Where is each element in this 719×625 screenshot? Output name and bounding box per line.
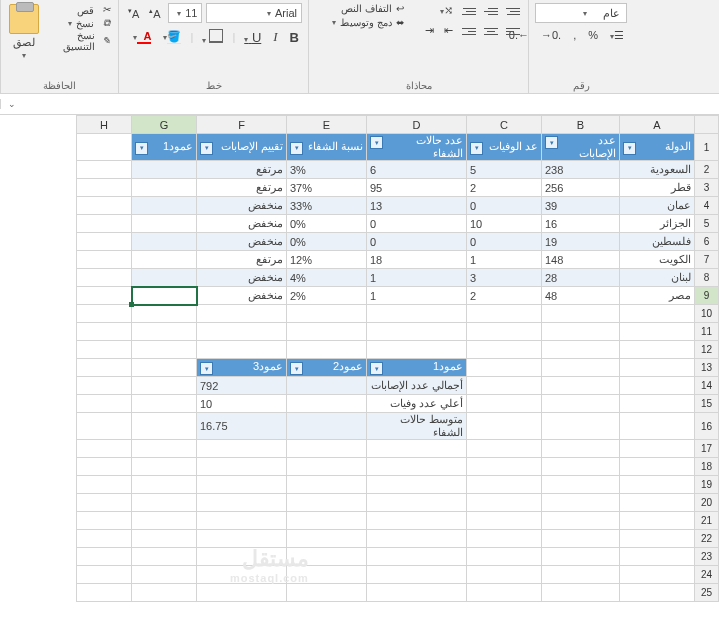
row-header-9[interactable]: 9 [695, 287, 719, 305]
cell-H16[interactable] [77, 413, 132, 440]
col-header-B[interactable]: B [542, 116, 620, 134]
filter-dropdown-icon[interactable]: ▾ [470, 142, 483, 155]
row-header-18[interactable]: 18 [695, 458, 719, 476]
cell-D13[interactable]: ▾عمود1 [367, 359, 467, 377]
cell-A2[interactable]: السعودية [620, 161, 695, 179]
cell-D5[interactable]: 0 [367, 215, 467, 233]
cell-G21[interactable] [132, 512, 197, 530]
border-button[interactable]: ▾ [199, 28, 226, 46]
cell-D3[interactable]: 95 [367, 179, 467, 197]
cell-F6[interactable]: منخفض [197, 233, 287, 251]
cell-F24[interactable] [197, 566, 287, 584]
cell-F9[interactable]: منخفض [197, 287, 287, 305]
cell-B5[interactable]: 16 [542, 215, 620, 233]
filter-dropdown-icon[interactable]: ▾ [135, 142, 148, 155]
cell-E12[interactable] [287, 341, 367, 359]
align-center-button[interactable] [482, 23, 500, 39]
cell-B20[interactable] [542, 494, 620, 512]
cell-C25[interactable] [467, 584, 542, 602]
cell-B3[interactable]: 256 [542, 179, 620, 197]
cell-B23[interactable] [542, 548, 620, 566]
underline-button[interactable]: U ▾ [241, 29, 264, 46]
cell-B10[interactable] [542, 305, 620, 323]
cell-G15[interactable] [132, 395, 197, 413]
cell-H8[interactable] [77, 269, 132, 287]
cell-B12[interactable] [542, 341, 620, 359]
font-size-select[interactable]: 11▾ [168, 3, 203, 23]
cell-C16[interactable] [467, 413, 542, 440]
cell-E2[interactable]: 3% [287, 161, 367, 179]
cell-B15[interactable] [542, 395, 620, 413]
cell-D20[interactable] [367, 494, 467, 512]
cell-E10[interactable] [287, 305, 367, 323]
cell-G10[interactable] [132, 305, 197, 323]
cut-button[interactable]: ✂قص [45, 4, 110, 16]
cell-D19[interactable] [367, 476, 467, 494]
cell-H13[interactable] [77, 359, 132, 377]
cell-D22[interactable] [367, 530, 467, 548]
cell-B2[interactable]: 238 [542, 161, 620, 179]
cell-A12[interactable] [620, 341, 695, 359]
cell-C11[interactable] [467, 323, 542, 341]
col-header-D[interactable]: D [367, 116, 467, 134]
cell-H10[interactable] [77, 305, 132, 323]
percent-button[interactable]: % [585, 28, 601, 43]
row-header-7[interactable]: 7 [695, 251, 719, 269]
cell-H23[interactable] [77, 548, 132, 566]
row-header-24[interactable]: 24 [695, 566, 719, 584]
align-bottom-button[interactable] [460, 3, 478, 19]
cell-F10[interactable] [197, 305, 287, 323]
col-header-F[interactable]: F [197, 116, 287, 134]
cell-E24[interactable] [287, 566, 367, 584]
cell-G12[interactable] [132, 341, 197, 359]
cell-F17[interactable] [197, 440, 287, 458]
cell-A10[interactable] [620, 305, 695, 323]
cell-E13[interactable]: ▾عمود2 [287, 359, 367, 377]
cell-D1[interactable]: ▾عدد حالات الشفاء [367, 134, 467, 161]
select-all-corner[interactable] [695, 116, 719, 134]
cell-H12[interactable] [77, 341, 132, 359]
cell-C12[interactable] [467, 341, 542, 359]
cell-H2[interactable] [77, 161, 132, 179]
cell-C21[interactable] [467, 512, 542, 530]
row-header-17[interactable]: 17 [695, 440, 719, 458]
cell-H1[interactable] [77, 134, 132, 161]
cell-E7[interactable]: 12% [287, 251, 367, 269]
cell-F13[interactable]: ▾عمود3 [197, 359, 287, 377]
cell-E14[interactable] [287, 377, 367, 395]
cell-G2[interactable] [132, 161, 197, 179]
wrap-text-button[interactable]: ↩التفاف النص [332, 3, 404, 14]
cell-G1[interactable]: ▾عمود1 [132, 134, 197, 161]
row-header-1[interactable]: 1 [695, 134, 719, 161]
align-right-button[interactable] [504, 23, 522, 39]
cell-D21[interactable] [367, 512, 467, 530]
cell-E8[interactable]: 4% [287, 269, 367, 287]
cell-H20[interactable] [77, 494, 132, 512]
row-header-16[interactable]: 16 [695, 413, 719, 440]
cell-C7[interactable]: 1 [467, 251, 542, 269]
cell-F3[interactable]: مرتفع [197, 179, 287, 197]
align-left-button[interactable] [460, 23, 478, 39]
cell-E16[interactable] [287, 413, 367, 440]
cell-B14[interactable] [542, 377, 620, 395]
cell-A16[interactable] [620, 413, 695, 440]
cell-D18[interactable] [367, 458, 467, 476]
merge-center-button[interactable]: ⬌دمج وتوسيط▾ [332, 17, 404, 28]
italic-button[interactable]: I [270, 28, 280, 46]
row-header-20[interactable]: 20 [695, 494, 719, 512]
cell-E19[interactable] [287, 476, 367, 494]
cell-B25[interactable] [542, 584, 620, 602]
cell-D6[interactable]: 0 [367, 233, 467, 251]
cell-B6[interactable]: 19 [542, 233, 620, 251]
cell-H11[interactable] [77, 323, 132, 341]
cell-F16[interactable]: 16.75 [197, 413, 287, 440]
filter-dropdown-icon[interactable]: ▾ [200, 142, 213, 155]
filter-dropdown-icon[interactable]: ▾ [290, 362, 303, 375]
cell-B19[interactable] [542, 476, 620, 494]
cell-G11[interactable] [132, 323, 197, 341]
cell-F7[interactable]: مرتفع [197, 251, 287, 269]
cell-B18[interactable] [542, 458, 620, 476]
cell-A11[interactable] [620, 323, 695, 341]
cell-E5[interactable]: 0% [287, 215, 367, 233]
cell-B4[interactable]: 39 [542, 197, 620, 215]
